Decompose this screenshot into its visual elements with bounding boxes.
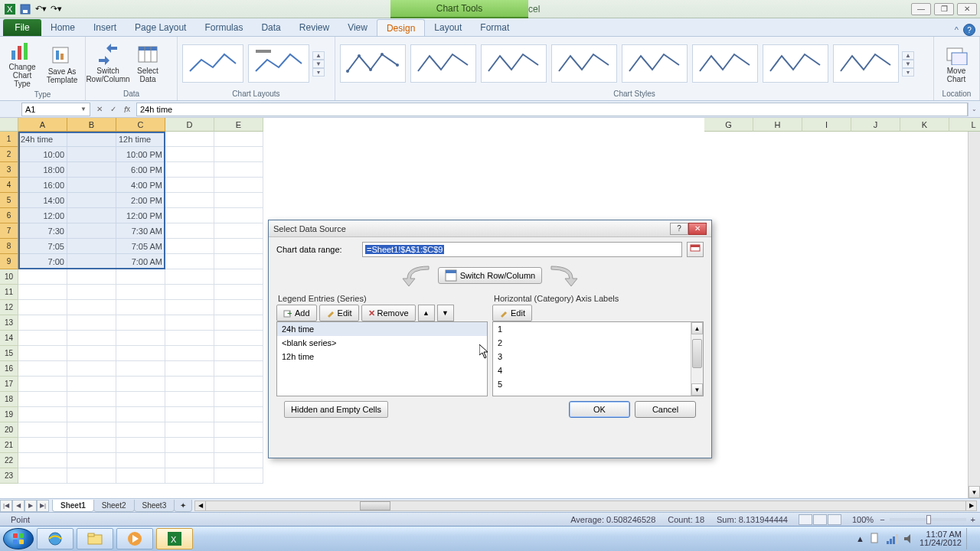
column-header[interactable]: L bbox=[949, 118, 980, 132]
cell[interactable] bbox=[214, 407, 263, 422]
taskbar-ie-icon[interactable] bbox=[37, 528, 74, 549]
tab-page-layout[interactable]: Page Layout bbox=[126, 19, 195, 36]
cell[interactable] bbox=[165, 331, 214, 346]
cell[interactable] bbox=[67, 223, 116, 239]
chart-style-thumb[interactable] bbox=[410, 44, 476, 83]
cell[interactable]: 7:05 bbox=[18, 239, 67, 254]
show-desktop-button[interactable] bbox=[966, 528, 972, 549]
excel-icon[interactable]: X bbox=[3, 2, 17, 16]
cell[interactable] bbox=[67, 361, 116, 377]
cell[interactable] bbox=[214, 361, 263, 377]
cell[interactable] bbox=[116, 392, 165, 407]
axis-listbox[interactable]: 1 2 3 4 5 ▲▼ bbox=[492, 321, 704, 396]
cell[interactable] bbox=[165, 300, 214, 315]
cell[interactable] bbox=[116, 361, 165, 377]
tab-data[interactable]: Data bbox=[252, 19, 289, 36]
edit-series-button[interactable]: Edit bbox=[319, 305, 359, 321]
column-header[interactable]: D bbox=[165, 118, 214, 132]
dialog-help-button[interactable]: ? bbox=[670, 223, 688, 235]
tab-review[interactable]: Review bbox=[290, 19, 338, 36]
cell[interactable] bbox=[214, 239, 263, 254]
view-page-break-icon[interactable] bbox=[828, 514, 841, 525]
restore-button[interactable]: ❐ bbox=[934, 3, 954, 15]
cell[interactable] bbox=[18, 300, 67, 315]
cell[interactable]: 24h time bbox=[18, 132, 67, 147]
cells[interactable]: 24h time12h time10:0010:00 PM18:006:00 P… bbox=[18, 132, 263, 484]
cell[interactable] bbox=[165, 178, 214, 193]
cell[interactable] bbox=[67, 269, 116, 285]
cell[interactable] bbox=[214, 223, 263, 239]
cell[interactable] bbox=[165, 223, 214, 239]
cell[interactable] bbox=[214, 254, 263, 269]
cell[interactable] bbox=[165, 208, 214, 223]
cell[interactable] bbox=[67, 377, 116, 392]
zoom-slider[interactable] bbox=[890, 518, 966, 521]
row-header[interactable]: 8 bbox=[0, 239, 18, 254]
cell[interactable]: 10:00 PM bbox=[116, 147, 165, 162]
cell[interactable]: 14:00 bbox=[18, 193, 67, 208]
row-header[interactable]: 18 bbox=[0, 392, 18, 407]
cell[interactable] bbox=[165, 407, 214, 422]
chart-layout-thumb[interactable] bbox=[248, 44, 309, 83]
save-as-template-button[interactable]: Save As Template bbox=[43, 43, 81, 86]
fx-icon[interactable]: fx bbox=[121, 103, 133, 116]
remove-series-button[interactable]: ✕Remove bbox=[361, 305, 416, 321]
cell[interactable] bbox=[165, 422, 214, 438]
cell[interactable] bbox=[67, 162, 116, 178]
cell[interactable]: 12h time bbox=[116, 132, 165, 147]
layout-more-icon[interactable]: ▾ bbox=[312, 68, 325, 77]
zoom-out-button[interactable]: − bbox=[880, 515, 884, 524]
hidden-empty-cells-button[interactable]: Hidden and Empty Cells bbox=[284, 401, 388, 418]
enter-formula-icon[interactable]: ✓ bbox=[107, 103, 119, 116]
cell[interactable]: 7:00 bbox=[18, 254, 67, 269]
cell[interactable] bbox=[214, 193, 263, 208]
list-item[interactable]: 1 bbox=[493, 322, 703, 336]
sheet-nav-last-icon[interactable]: ▶| bbox=[37, 500, 49, 512]
cell[interactable] bbox=[18, 269, 67, 285]
cell[interactable] bbox=[214, 132, 263, 147]
cell[interactable] bbox=[214, 208, 263, 223]
cell[interactable]: 7:30 bbox=[18, 223, 67, 239]
horizontal-scrollbar[interactable]: ◀ ▶ bbox=[194, 500, 977, 511]
cell[interactable] bbox=[214, 377, 263, 392]
cell[interactable] bbox=[116, 468, 165, 484]
list-item[interactable]: 12h time bbox=[277, 350, 487, 364]
expand-formula-bar-icon[interactable]: ⌄ bbox=[968, 103, 980, 116]
cell[interactable] bbox=[116, 438, 165, 453]
listbox-scrollbar[interactable]: ▲▼ bbox=[691, 322, 703, 396]
sheet-nav-first-icon[interactable]: |◀ bbox=[0, 500, 12, 512]
cell[interactable] bbox=[67, 331, 116, 346]
column-header[interactable]: J bbox=[851, 118, 900, 132]
row-header[interactable]: 14 bbox=[0, 331, 18, 346]
cell[interactable] bbox=[18, 361, 67, 377]
row-header[interactable]: 5 bbox=[0, 193, 18, 208]
cell[interactable]: 16:00 bbox=[18, 178, 67, 193]
cell[interactable] bbox=[67, 453, 116, 468]
cell[interactable] bbox=[165, 315, 214, 331]
cell[interactable] bbox=[18, 346, 67, 361]
chart-style-thumb[interactable] bbox=[763, 44, 828, 83]
cell[interactable] bbox=[18, 453, 67, 468]
dialog-close-button[interactable]: ✕ bbox=[688, 223, 707, 235]
collapse-dialog-icon[interactable] bbox=[687, 242, 704, 257]
add-series-button[interactable]: +Add bbox=[276, 305, 317, 321]
tray-volume-icon[interactable] bbox=[903, 533, 915, 545]
series-listbox[interactable]: 24h time <blank series> 12h time bbox=[276, 321, 488, 396]
cell[interactable] bbox=[67, 239, 116, 254]
cell[interactable] bbox=[67, 468, 116, 484]
select-all-button[interactable] bbox=[0, 118, 18, 132]
chart-style-thumb[interactable] bbox=[551, 44, 617, 83]
chart-style-thumb[interactable] bbox=[481, 44, 547, 83]
cell[interactable] bbox=[214, 315, 263, 331]
row-header[interactable]: 12 bbox=[0, 300, 18, 315]
view-normal-icon[interactable] bbox=[799, 514, 812, 525]
ok-button[interactable]: OK bbox=[569, 401, 630, 418]
cell[interactable] bbox=[67, 147, 116, 162]
cell[interactable]: 18:00 bbox=[18, 162, 67, 178]
cell[interactable] bbox=[67, 285, 116, 300]
redo-icon[interactable]: ↷▾ bbox=[49, 2, 63, 16]
cell[interactable] bbox=[18, 407, 67, 422]
row-header[interactable]: 13 bbox=[0, 315, 18, 331]
cell[interactable] bbox=[67, 346, 116, 361]
save-icon[interactable] bbox=[18, 2, 32, 16]
